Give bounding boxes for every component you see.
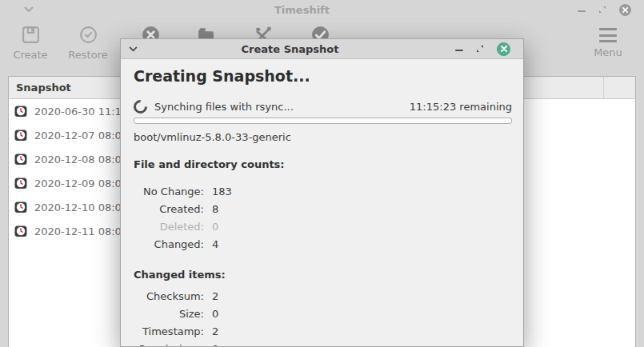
dialog-window-controls <box>435 42 523 56</box>
restore-button[interactable] <box>598 6 606 14</box>
dialog-body: Creating Snapshot... Synching files with… <box>121 66 523 347</box>
snapshot-date: 2020-12-10 08:00 <box>34 201 128 213</box>
snapshot-clock-icon <box>14 105 27 118</box>
stat-label: Permissions: <box>134 341 204 347</box>
stat-label: Timestamp: <box>134 323 204 341</box>
main-window-controls <box>564 4 644 16</box>
restore-toolbar-button[interactable]: Restore <box>62 22 114 72</box>
stat-value: 2 <box>212 325 218 337</box>
snapshot-clock-icon <box>14 129 27 142</box>
stat-row: Permissions:0 <box>134 341 512 347</box>
stat-value: 183 <box>212 185 232 197</box>
snapshot-clock-icon <box>14 153 27 166</box>
progress-bar <box>134 118 512 124</box>
create-button[interactable]: Create <box>5 22 56 72</box>
stat-label: Size: <box>134 305 204 323</box>
stat-row: Created:8 <box>134 201 512 218</box>
status-row: Synching files with rsync... 11:15:23 re… <box>134 100 512 113</box>
stat-row: Timestamp:2 <box>134 323 512 341</box>
spinner-icon <box>130 97 150 116</box>
file-counts: No Change:183 Created:8 Deleted:0 Change… <box>134 183 512 253</box>
menu-button-label: Menu <box>594 46 622 58</box>
restore-button-label: Restore <box>68 49 107 61</box>
dialog-title: Create Snapshot <box>145 43 435 55</box>
snapshot-clock-icon <box>14 201 27 213</box>
snapshot-date: 2020-06-30 11:10 <box>34 106 128 118</box>
window-menu-chevron-icon[interactable] <box>24 6 34 13</box>
minimize-button[interactable] <box>578 7 586 12</box>
snapshot-column-label: Snapshot <box>16 82 71 94</box>
hamburger-menu-icon <box>599 28 617 42</box>
snapshot-date: 2020-12-08 08:00 <box>34 154 128 166</box>
stat-label: Created: <box>134 201 204 218</box>
stat-label: Checksum: <box>134 288 204 305</box>
changed-items: Checksum:2 Size:0 Timestamp:2 Permission… <box>134 288 512 347</box>
stat-value: 8 <box>212 203 218 215</box>
create-snapshot-dialog: Create Snapshot Creating Snapshot... Syn… <box>120 38 524 347</box>
floppy-disk-icon <box>21 25 41 45</box>
stat-label: No Change: <box>134 183 204 201</box>
snapshot-date: 2020-12-09 08:00 <box>34 177 128 189</box>
dialog-close-button[interactable] <box>497 42 510 56</box>
main-window-title: Timeshift <box>40 4 564 16</box>
status-text: Synching files with rsync... <box>154 101 294 113</box>
stat-value: 2 <box>212 290 218 302</box>
snapshot-date: 2020-12-11 08:00 <box>34 225 128 237</box>
stat-row: Size:0 <box>134 305 512 323</box>
dialog-restore-button[interactable] <box>476 45 484 53</box>
time-remaining: 11:15:23 remaining <box>410 101 512 113</box>
column-separator <box>603 77 604 98</box>
current-file-path: boot/vmlinuz-5.8.0-33-generic <box>134 131 512 143</box>
changed-items-heading: Changed items: <box>134 269 512 281</box>
stat-value: 0 <box>212 343 218 347</box>
restore-icon <box>476 45 484 53</box>
create-button-label: Create <box>13 49 47 61</box>
stat-row: Checksum:2 <box>134 288 512 305</box>
dialog-menu-chevron-icon[interactable] <box>129 46 138 52</box>
restore-icon <box>598 6 606 14</box>
stat-label: Changed: <box>134 236 204 253</box>
main-titlebar: Timeshift <box>0 0 644 19</box>
dialog-heading: Creating Snapshot... <box>134 66 512 86</box>
stat-label: Deleted: <box>134 218 204 236</box>
stat-row: No Change:183 <box>134 183 512 201</box>
dialog-minimize-button[interactable] <box>455 46 463 51</box>
dialog-titlebar: Create Snapshot <box>121 39 523 59</box>
snapshot-clock-icon <box>14 225 27 237</box>
close-button[interactable] <box>619 4 631 16</box>
snapshot-date: 2020-12-07 08:00 <box>34 130 128 142</box>
close-icon <box>622 7 628 13</box>
restore-clock-icon <box>78 25 98 45</box>
menu-button[interactable]: Menu <box>582 22 634 72</box>
stat-row: Changed:4 <box>134 236 512 253</box>
stat-value: 4 <box>212 238 218 250</box>
stat-value: 0 <box>212 221 218 233</box>
stat-row: Deleted:0 <box>134 218 512 236</box>
counts-heading: File and directory counts: <box>134 158 512 170</box>
snapshot-clock-icon <box>14 177 27 189</box>
stat-value: 0 <box>212 308 218 320</box>
close-icon <box>501 46 507 52</box>
